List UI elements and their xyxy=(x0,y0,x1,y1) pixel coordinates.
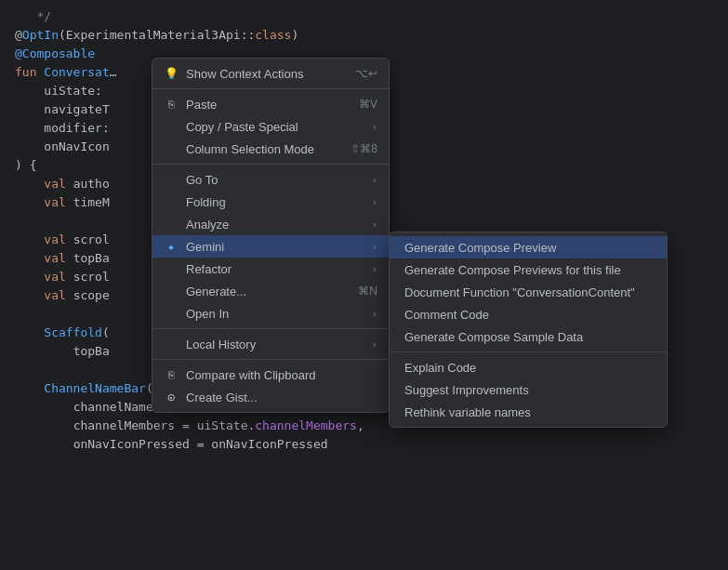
menu-item-analyze[interactable]: Analyze › xyxy=(152,213,389,235)
submenu-label-generate-compose-preview: Generate Compose Preview xyxy=(404,241,556,255)
menu-item-refactor[interactable]: Refactor › xyxy=(152,258,389,280)
menu-label-folding: Folding xyxy=(186,195,226,209)
menu-item-show-context-actions[interactable]: 💡 Show Context Actions ⌥↩ xyxy=(152,62,389,85)
menu-label-show-context-actions: Show Context Actions xyxy=(186,67,303,81)
menu-label-copy-paste-special: Copy / Paste Special xyxy=(186,120,298,134)
menu-item-generate[interactable]: Generate... ⌘N xyxy=(152,280,389,302)
column-icon xyxy=(164,141,179,156)
menu-label-local-history: Local History xyxy=(186,338,256,351)
submenu-label-rethink-variable-names: Rethink variable names xyxy=(404,405,531,419)
menu-label-goto: Go To xyxy=(186,173,218,187)
submenu-arrow: › xyxy=(371,121,377,133)
menu-label-gemini: Gemini xyxy=(186,240,224,254)
submenu-item-suggest-improvements[interactable]: Suggest Improvements xyxy=(390,378,667,401)
compare-icon: ⎘ xyxy=(164,367,179,382)
submenu-item-rethink-variable-names[interactable]: Rethink variable names xyxy=(390,401,667,423)
analyze-icon xyxy=(164,217,179,232)
menu-item-paste[interactable]: ⎘ Paste ⌘V xyxy=(152,93,389,115)
shortcut-generate: ⌘N xyxy=(358,285,377,298)
submenu-label-explain-code: Explain Code xyxy=(404,361,476,375)
submenu-item-comment-code[interactable]: Comment Code xyxy=(390,303,667,325)
refactor-icon xyxy=(164,261,179,276)
shortcut-show-context-actions: ⌥↩ xyxy=(355,67,377,80)
submenu-arrow-local-history: › xyxy=(371,338,377,351)
goto-icon xyxy=(164,172,179,187)
code-line: @OptIn(ExperimentalMaterial3Api::class) xyxy=(0,26,728,45)
copy-icon xyxy=(164,119,179,134)
menu-separator-4 xyxy=(152,359,389,360)
menu-label-compare-clipboard: Compare with Clipboard xyxy=(186,368,315,382)
menu-item-column-selection[interactable]: Column Selection Mode ⇧⌘8 xyxy=(152,138,389,160)
context-menu: 💡 Show Context Actions ⌥↩ ⎘ Paste ⌘V Cop… xyxy=(152,58,390,413)
history-icon xyxy=(164,337,179,351)
submenu-separator xyxy=(390,351,667,352)
menu-separator-3 xyxy=(152,328,389,329)
submenu-arrow-analyze: › xyxy=(371,219,377,231)
gemini-icon: ✦ xyxy=(164,239,179,254)
submenu-label-generate-compose-sample: Generate Compose Sample Data xyxy=(404,330,583,344)
submenu-item-generate-compose-sample[interactable]: Generate Compose Sample Data xyxy=(390,325,667,348)
submenu-arrow-gemini: › xyxy=(371,241,377,253)
gist-icon: ⊙ xyxy=(164,390,179,404)
code-line: */ xyxy=(0,7,728,26)
menu-item-gemini[interactable]: ✦ Gemini › Generate Compose Preview Gene… xyxy=(152,235,389,258)
menu-label-analyze: Analyze xyxy=(186,218,229,232)
lightbulb-icon: 💡 xyxy=(164,66,179,81)
submenu-item-generate-compose-previews-file[interactable]: Generate Compose Previews for this file xyxy=(390,258,667,281)
menu-item-create-gist[interactable]: ⊙ Create Gist... xyxy=(152,386,389,408)
menu-item-open-in[interactable]: Open In › xyxy=(152,302,389,325)
menu-label-create-gist: Create Gist... xyxy=(186,391,258,404)
menu-label-column-selection: Column Selection Mode xyxy=(186,142,314,156)
submenu-arrow-refactor: › xyxy=(371,263,377,275)
submenu-label-comment-code: Comment Code xyxy=(404,308,489,322)
submenu-item-explain-code[interactable]: Explain Code xyxy=(390,356,667,378)
submenu-label-suggest-improvements: Suggest Improvements xyxy=(404,383,529,397)
folding-icon xyxy=(164,194,179,209)
generate-icon xyxy=(164,284,179,298)
submenu-arrow-folding: › xyxy=(371,196,377,208)
menu-item-folding[interactable]: Folding › xyxy=(152,191,389,213)
shortcut-column-selection: ⇧⌘8 xyxy=(351,142,377,155)
menu-item-compare-clipboard[interactable]: ⎘ Compare with Clipboard xyxy=(152,364,389,386)
menu-separator xyxy=(152,88,389,89)
submenu-item-document-function[interactable]: Document Function "ConversationContent" xyxy=(390,281,667,303)
menu-item-goto[interactable]: Go To › xyxy=(152,168,389,191)
menu-separator-2 xyxy=(152,164,389,165)
submenu-arrow-open-in: › xyxy=(371,308,377,320)
code-line: onNavIconPressed = onNavIconPressed xyxy=(0,435,728,454)
menu-label-refactor: Refactor xyxy=(186,262,232,276)
menu-item-copy-paste-special[interactable]: Copy / Paste Special › xyxy=(152,115,389,138)
submenu-item-generate-compose-preview[interactable]: Generate Compose Preview xyxy=(390,236,667,258)
shortcut-paste: ⌘V xyxy=(359,98,377,111)
paste-icon: ⎘ xyxy=(164,97,179,112)
menu-label-open-in: Open In xyxy=(186,307,229,321)
submenu-arrow-goto: › xyxy=(371,174,377,186)
submenu-label-document-function: Document Function "ConversationContent" xyxy=(404,285,635,299)
gemini-submenu: Generate Compose Preview Generate Compos… xyxy=(389,232,668,428)
submenu-label-generate-compose-previews-file: Generate Compose Previews for this file xyxy=(404,263,621,277)
menu-item-local-history[interactable]: Local History › xyxy=(152,333,389,355)
menu-label-paste: Paste xyxy=(186,98,217,112)
open-icon xyxy=(164,306,179,321)
menu-label-generate: Generate... xyxy=(186,285,246,298)
